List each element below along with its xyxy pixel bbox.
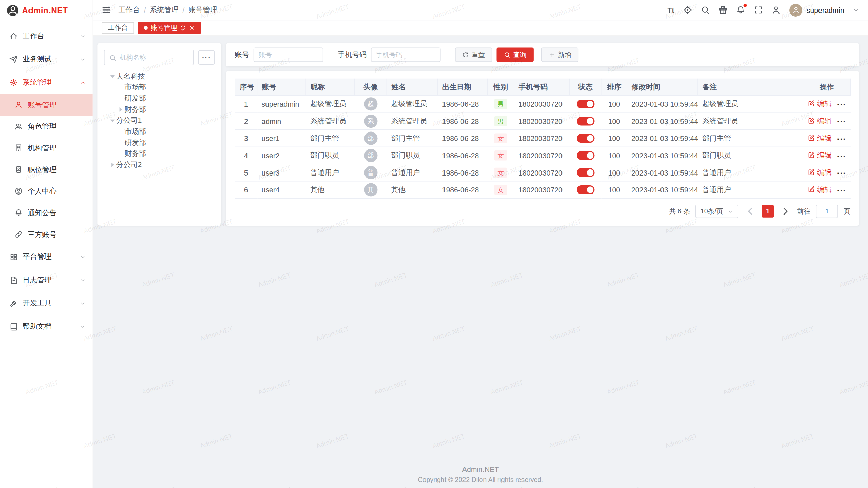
sidebar-item-account-management[interactable]: 账号管理 bbox=[0, 94, 93, 116]
sidebar-item-help-docs[interactable]: 帮助文档 bbox=[0, 315, 93, 338]
edit-button[interactable]: 编辑 bbox=[808, 99, 831, 109]
refresh-icon bbox=[462, 52, 469, 58]
status-toggle[interactable] bbox=[576, 117, 594, 126]
org-search-input[interactable] bbox=[120, 54, 189, 61]
search-icon[interactable] bbox=[701, 5, 710, 14]
tree-node[interactable]: 分公司2 bbox=[104, 159, 215, 170]
cell-gender: 女 bbox=[488, 130, 514, 147]
cell-modified: 2023-01-03 10:59:44 bbox=[627, 113, 698, 130]
tab-workbench[interactable]: 工作台 bbox=[102, 22, 134, 34]
fullscreen-icon[interactable] bbox=[754, 5, 763, 14]
tree-node[interactable]: 市场部 bbox=[104, 82, 215, 93]
font-size-icon[interactable]: Tt bbox=[668, 6, 674, 14]
menu-toggle-icon[interactable] bbox=[102, 5, 111, 14]
row-more-button[interactable]: ··· bbox=[837, 169, 846, 178]
edit-button[interactable]: 编辑 bbox=[808, 185, 831, 195]
row-more-button[interactable]: ··· bbox=[837, 187, 846, 195]
tree-node[interactable]: 财务部 bbox=[104, 104, 215, 115]
cell-phone: 18020030720 bbox=[514, 164, 569, 181]
caret-down-icon[interactable] bbox=[108, 73, 116, 80]
row-more-button[interactable]: ··· bbox=[837, 152, 846, 160]
edit-button[interactable]: 编辑 bbox=[808, 116, 831, 126]
caret-right-icon[interactable] bbox=[117, 106, 124, 114]
column-header-sort: 排序 bbox=[601, 79, 627, 96]
reset-button[interactable]: 重置 bbox=[455, 47, 492, 62]
page-size-select[interactable]: 10条/页 bbox=[695, 205, 738, 218]
user-icon[interactable] bbox=[772, 5, 781, 14]
edit-button[interactable]: 编辑 bbox=[808, 150, 831, 160]
caret-right-icon[interactable] bbox=[108, 161, 116, 169]
breadcrumb-item-workbench[interactable]: 工作台 bbox=[118, 5, 140, 15]
profile-icon bbox=[14, 187, 22, 195]
breadcrumb-item-system[interactable]: 系统管理 bbox=[150, 5, 179, 15]
sidebar-item-platform-management[interactable]: 平台管理 bbox=[0, 245, 93, 268]
cell-index: 3 bbox=[235, 130, 257, 147]
table-row: 5user3普通用户普普通用户1986-06-28女18020030720100… bbox=[235, 164, 851, 181]
tree-node[interactable]: 分公司1 bbox=[104, 115, 215, 126]
sidebar-item-workbench[interactable]: 工作台 bbox=[0, 24, 93, 48]
goto-page-input[interactable] bbox=[816, 205, 838, 218]
role-icon bbox=[14, 122, 22, 130]
cell-actions: 编辑··· bbox=[803, 164, 850, 181]
tree-node[interactable]: 研发部 bbox=[104, 137, 215, 148]
cell-sort: 100 bbox=[601, 130, 627, 147]
tree-node[interactable]: 市场部 bbox=[104, 126, 215, 137]
sidebar-item-third-party-account[interactable]: 三方账号 bbox=[0, 224, 93, 245]
row-more-button[interactable]: ··· bbox=[837, 101, 846, 109]
edit-button[interactable]: 编辑 bbox=[808, 167, 831, 177]
app-logo[interactable]: Admin.NET bbox=[0, 0, 93, 20]
tab-label: 账号管理 bbox=[151, 23, 177, 33]
cell-actions: 编辑··· bbox=[803, 147, 850, 164]
tab-account-management[interactable]: 账号管理 bbox=[138, 22, 201, 34]
status-toggle[interactable] bbox=[576, 185, 594, 194]
sidebar-item-position-management[interactable]: 职位管理 bbox=[0, 159, 93, 181]
close-icon[interactable] bbox=[189, 25, 195, 31]
sidebar-item-org-management[interactable]: 机构管理 bbox=[0, 137, 93, 159]
username[interactable]: superadmin bbox=[807, 6, 844, 14]
cell-modified: 2023-01-03 10:59:44 bbox=[627, 147, 698, 164]
edit-button[interactable]: 编辑 bbox=[808, 133, 831, 143]
column-header-account: 账号 bbox=[257, 79, 306, 96]
sidebar-item-dev-tools[interactable]: 开发工具 bbox=[0, 291, 93, 315]
gift-icon[interactable] bbox=[718, 5, 727, 14]
gender-badge: 女 bbox=[494, 150, 507, 161]
sidebar-item-business-test[interactable]: 业务测试 bbox=[0, 47, 93, 71]
sidebar-item-log-management[interactable]: 日志管理 bbox=[0, 268, 93, 292]
sidebar-item-label: 账号管理 bbox=[28, 100, 86, 110]
tree-node[interactable]: 财务部 bbox=[104, 148, 215, 160]
column-header-phone: 手机号码 bbox=[514, 79, 569, 96]
status-toggle[interactable] bbox=[576, 134, 594, 143]
tree-node-label: 分公司2 bbox=[116, 160, 142, 170]
query-button[interactable]: 查询 bbox=[496, 47, 533, 62]
avatar[interactable] bbox=[789, 4, 802, 17]
add-button[interactable]: 新增 bbox=[541, 47, 578, 62]
locate-icon[interactable] bbox=[683, 5, 692, 14]
notifications[interactable] bbox=[736, 5, 745, 14]
row-more-button[interactable]: ··· bbox=[837, 135, 846, 143]
prev-page-button[interactable] bbox=[744, 205, 756, 218]
sidebar-item-system-management[interactable]: 系统管理 bbox=[0, 71, 93, 94]
tree-node[interactable]: 研发部 bbox=[104, 93, 215, 104]
column-header-index: 序号 bbox=[235, 79, 257, 96]
cell-account: admin bbox=[257, 113, 306, 130]
row-more-button[interactable]: ··· bbox=[837, 118, 846, 126]
status-toggle[interactable] bbox=[576, 100, 594, 108]
current-page[interactable]: 1 bbox=[762, 205, 774, 218]
sidebar-item-role-management[interactable]: 角色管理 bbox=[0, 116, 93, 137]
cell-remark: 超级管理员 bbox=[698, 96, 803, 113]
next-page-button[interactable] bbox=[780, 205, 792, 218]
sidebar-item-notice-announcement[interactable]: 通知公告 bbox=[0, 202, 93, 224]
cell-phone: 18020030720 bbox=[514, 147, 569, 164]
refresh-icon[interactable] bbox=[180, 25, 186, 31]
sidebar-item-label: 业务测试 bbox=[23, 54, 75, 64]
tree-node[interactable]: 大名科技 bbox=[104, 71, 215, 82]
sidebar-item-personal-center[interactable]: 个人中心 bbox=[0, 180, 93, 202]
status-toggle[interactable] bbox=[576, 168, 594, 177]
status-toggle[interactable] bbox=[576, 151, 594, 160]
chevron-down-icon[interactable] bbox=[853, 7, 859, 13]
caret-down-icon[interactable] bbox=[108, 117, 116, 124]
tree-more-button[interactable]: ··· bbox=[198, 50, 215, 65]
phone-input[interactable] bbox=[371, 47, 441, 62]
toggle-knob bbox=[587, 152, 593, 159]
account-input[interactable] bbox=[254, 47, 323, 62]
